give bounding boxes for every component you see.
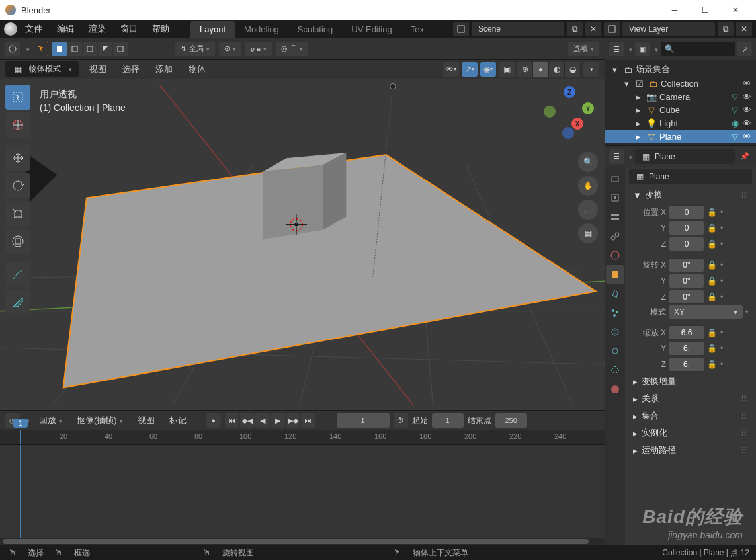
location-x-field[interactable]: 0: [669, 205, 704, 220]
app-icon[interactable]: [4, 22, 17, 36]
play-reverse-icon[interactable]: ◀: [255, 413, 270, 428]
panel-delta-transform[interactable]: ▸ 变换增量: [629, 373, 752, 390]
camera-view-icon[interactable]: 🎥: [578, 200, 598, 220]
next-keyframe-icon[interactable]: ▶◆: [286, 413, 300, 428]
timeline-ruler[interactable]: 1 20406080100120140160180200220240: [0, 430, 605, 445]
maximize-button[interactable]: ☐: [690, 0, 720, 20]
rotation-x-field[interactable]: 0°: [669, 258, 704, 272]
mode-selector[interactable]: ▦ 物体模式: [5, 61, 79, 77]
tab-object[interactable]: [606, 265, 624, 284]
end-frame-field[interactable]: 250: [495, 413, 527, 428]
tool-move[interactable]: [5, 145, 30, 171]
object-name-field[interactable]: ▦Plane: [629, 169, 752, 184]
tab-modifiers[interactable]: [606, 284, 624, 303]
outliner-collection[interactable]: ▾☑🗀Collection👁: [605, 77, 756, 90]
shading-options[interactable]: ▾: [583, 62, 599, 77]
playback-menu[interactable]: 回放: [34, 413, 67, 428]
viewlayer-browse-icon[interactable]: [604, 22, 620, 36]
viewlayer-name-field[interactable]: View Layer: [622, 22, 715, 36]
gizmo-neg-z[interactable]: [562, 127, 574, 139]
tab-output[interactable]: [606, 188, 624, 207]
navigation-gizmo[interactable]: Z Y X: [544, 86, 597, 139]
tab-scene[interactable]: [606, 227, 624, 245]
select-tool-icon[interactable]: [34, 42, 48, 56]
props-editor-type[interactable]: ☰: [609, 149, 624, 164]
shading-material[interactable]: ◐: [549, 62, 565, 77]
close-button[interactable]: ✕: [720, 0, 751, 20]
viewlayer-new-button[interactable]: ⧉: [718, 22, 734, 36]
tool-cursor[interactable]: [5, 112, 30, 138]
select-menu[interactable]: 选择: [117, 61, 145, 77]
lock-icon[interactable]: 🔒: [707, 276, 718, 286]
menu-edit[interactable]: 编辑: [50, 20, 81, 38]
select-set-icon[interactable]: [52, 42, 67, 56]
pan-icon[interactable]: ✋: [578, 176, 598, 196]
tool-scale[interactable]: [5, 201, 30, 226]
lock-icon[interactable]: 🔒: [707, 260, 718, 270]
object-menu[interactable]: 物体: [183, 61, 211, 77]
filter-icon[interactable]: ⫽: [737, 42, 752, 56]
lock-icon[interactable]: 🔒: [707, 344, 718, 353]
panel-motion-paths[interactable]: ▸ 运动路径⠿: [629, 442, 752, 459]
menu-render[interactable]: 渲染: [82, 20, 112, 38]
tab-material[interactable]: [606, 380, 624, 399]
rotation-z-field[interactable]: 0°: [669, 290, 704, 304]
pivot-dropdown[interactable]: ⊙: [219, 42, 241, 56]
zoom-icon[interactable]: 🔍: [578, 152, 598, 172]
scene-delete-button[interactable]: ✕: [585, 22, 601, 36]
lock-icon[interactable]: 🔒: [707, 208, 718, 217]
scene-new-button[interactable]: ⧉: [567, 22, 583, 36]
scene-browse-icon[interactable]: [453, 22, 469, 36]
tab-particles[interactable]: [606, 303, 624, 322]
jump-end-icon[interactable]: ⏭: [301, 413, 315, 428]
menu-file[interactable]: 文件: [19, 20, 49, 38]
gizmo-x-axis[interactable]: X: [571, 118, 583, 130]
breadcrumb[interactable]: ▦Plane: [635, 149, 735, 164]
add-menu[interactable]: 添加: [150, 61, 178, 77]
tab-constraints[interactable]: [606, 342, 624, 360]
scale-z-field[interactable]: 6.: [669, 357, 704, 372]
rotation-mode-dropdown[interactable]: XY▾: [669, 305, 743, 319]
tab-viewlayer[interactable]: [606, 208, 624, 226]
location-y-field[interactable]: 0: [669, 221, 704, 235]
timeline-tracks[interactable]: [0, 445, 605, 538]
display-mode-icon[interactable]: ▣: [635, 42, 650, 56]
gizmo-neg-y[interactable]: [544, 106, 556, 118]
pin-icon[interactable]: 📌: [737, 149, 752, 164]
tool-transform[interactable]: [5, 229, 30, 254]
minimize-button[interactable]: ─: [659, 0, 690, 20]
editor-type-icon[interactable]: [5, 42, 20, 56]
orientation-dropdown[interactable]: ↯全局: [175, 42, 215, 56]
gizmo-z-axis[interactable]: Z: [564, 86, 575, 98]
tab-modeling[interactable]: Modeling: [235, 21, 288, 38]
select-intersect-icon[interactable]: [113, 42, 128, 56]
outliner-plane[interactable]: ▸▽Plane▽👁: [605, 130, 756, 143]
tab-physics[interactable]: [606, 323, 624, 341]
tool-rotate[interactable]: [5, 173, 30, 198]
tab-data[interactable]: [606, 361, 624, 380]
viewlayer-delete-button[interactable]: ✕: [736, 22, 752, 36]
snap-dropdown[interactable]: ⸙ ⊞: [245, 42, 272, 56]
menu-help[interactable]: 帮助: [146, 20, 176, 38]
shading-wireframe[interactable]: ⊕: [517, 62, 533, 77]
outliner-camera[interactable]: ▸📷Camera▽👁: [605, 90, 756, 103]
perspective-toggle-icon[interactable]: ▦: [578, 223, 598, 243]
timeline-scrollbar[interactable]: [0, 538, 605, 545]
jump-start-icon[interactable]: ⏮: [225, 413, 239, 428]
panel-instancing[interactable]: ▸ 实例化⠿: [629, 424, 752, 442]
autokey-toggle[interactable]: ●: [206, 413, 221, 428]
lock-icon[interactable]: 🔒: [707, 223, 718, 233]
location-z-field[interactable]: 0: [669, 237, 704, 251]
rotation-y-field[interactable]: 0°: [669, 274, 704, 288]
tab-render[interactable]: [606, 169, 624, 188]
tool-annotate[interactable]: [5, 262, 30, 287]
tool-select-box[interactable]: [5, 85, 30, 110]
scene-name-field[interactable]: Scene: [472, 22, 564, 36]
marker-menu[interactable]: 标记: [164, 413, 192, 428]
tab-world[interactable]: [606, 246, 624, 264]
shading-solid[interactable]: ●: [533, 62, 549, 77]
keying-menu[interactable]: 抠像(插帧): [71, 413, 128, 428]
shading-rendered[interactable]: ◒: [565, 62, 581, 77]
outliner-type-icon[interactable]: ☰: [609, 42, 624, 56]
viewport-3d[interactable]: 用户透视 (1) Collection | Plane Z Y X 🔍 ✋ 🎥 …: [0, 79, 605, 410]
